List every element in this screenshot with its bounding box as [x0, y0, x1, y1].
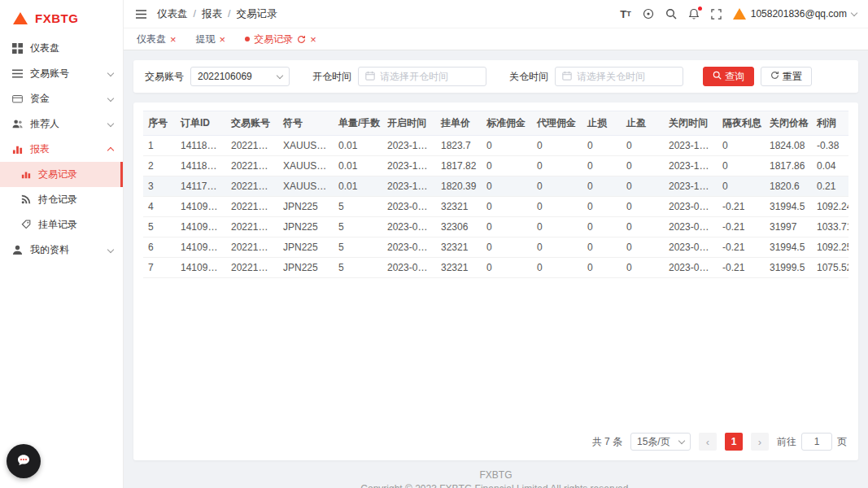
refresh-icon[interactable]	[297, 35, 306, 44]
chevron-up-icon	[107, 146, 114, 153]
table-cell: 5	[334, 197, 382, 217]
table-cell: 5	[334, 258, 382, 278]
goto-suffix-label: 页	[837, 435, 847, 449]
table-cell: 0	[482, 197, 532, 217]
goto-page-input[interactable]	[801, 433, 832, 451]
table-cell: JPN225	[278, 258, 334, 278]
search-icon[interactable]	[665, 8, 677, 20]
reset-button[interactable]: 重置	[761, 67, 812, 86]
sidebar-item-dashboard[interactable]: 仪表盘	[0, 36, 123, 61]
page-size-select[interactable]: 15条/页	[630, 433, 691, 451]
table-cell: 5	[334, 217, 382, 237]
table-row[interactable]: 3141171612022106069XAUUSD.v0.012023-10-0…	[143, 176, 848, 197]
target-icon[interactable]	[643, 8, 654, 20]
table-cell: 0.01	[334, 156, 382, 176]
close-time-date-input[interactable]: 请选择关仓时间	[555, 67, 683, 86]
column-header: 隔夜利息	[718, 111, 765, 136]
table-cell: 5	[143, 217, 176, 237]
table-row[interactable]: 4141096672022106069JPN22552023-09-2...32…	[143, 197, 848, 217]
table-cell: 2022106069	[226, 156, 278, 176]
tab-withdrawal[interactable]: 提现 ×	[196, 33, 226, 46]
table-cell: 0	[482, 258, 532, 278]
table-cell: 32321	[436, 237, 482, 258]
table-cell: 0	[622, 197, 664, 217]
column-header: 利润	[812, 111, 848, 136]
tab-trade-records[interactable]: 交易记录 ×	[245, 33, 316, 46]
table-row[interactable]: 2141180012022106069XAUUSD.v0.012023-10-0…	[143, 156, 848, 176]
sidebar-item-referrers[interactable]: 推荐人	[0, 111, 123, 137]
close-icon[interactable]: ×	[170, 34, 177, 45]
page-number-current[interactable]: 1	[725, 433, 743, 451]
sidebar-item-pending-order-records[interactable]: 挂单记录	[0, 212, 123, 237]
brand-logo[interactable]: FXBTG	[0, 0, 123, 36]
breadcrumb: 仪表盘 / 报表 / 交易记录	[157, 7, 277, 21]
page-size-value: 15条/页	[637, 435, 670, 449]
table-cell: 0	[482, 217, 532, 237]
close-icon[interactable]: ×	[310, 34, 316, 45]
breadcrumb-item-dashboard[interactable]: 仪表盘	[157, 7, 188, 21]
bell-icon[interactable]	[688, 8, 700, 20]
bar-chart-icon	[11, 144, 23, 155]
sidebar-item-reports[interactable]: 报表	[0, 137, 123, 162]
prev-page-button[interactable]: ‹	[699, 433, 717, 451]
chat-widget-button[interactable]	[7, 444, 41, 478]
table-cell: -0.21	[718, 258, 765, 278]
sidebar-item-trade-records[interactable]: 交易记录	[0, 162, 123, 187]
table-cell: 31994.5	[765, 237, 812, 258]
account-select[interactable]: 2022106069	[190, 67, 290, 86]
table-cell: 0.01	[334, 136, 382, 156]
sidebar-item-position-records[interactable]: 持仓记录	[0, 187, 123, 212]
table-cell: 2023-10-0...	[382, 176, 436, 197]
table-scroll-area[interactable]: 序号订单ID交易账号符号单量/手数开启时间挂单价标准佣金代理佣金止损止盈关闭时间…	[143, 111, 848, 425]
sidebar: FXBTG 仪表盘 交易账号 资金	[0, 0, 124, 488]
sidebar-item-my-profile[interactable]: 我的资料	[0, 237, 123, 263]
table-cell: 1075.52	[812, 258, 848, 278]
account-select-value: 2022106069	[198, 71, 252, 82]
table-cell: 3	[143, 176, 176, 197]
table-cell: 2023-10-0...	[382, 136, 436, 156]
open-time-date-input[interactable]: 请选择开仓时间	[358, 67, 486, 86]
table-cell: 32321	[436, 197, 482, 217]
breadcrumb-separator: /	[194, 8, 196, 20]
search-button[interactable]: 查询	[703, 67, 754, 86]
table-row[interactable]: 1141182092022106069XAUUSD.v0.012023-10-0…	[143, 136, 848, 156]
sidebar-item-label: 报表	[30, 142, 50, 156]
footer-brand: FXBTG	[133, 468, 858, 482]
close-time-placeholder: 请选择关仓时间	[577, 70, 645, 84]
table-cell: 0	[622, 176, 664, 197]
grid-icon	[11, 43, 23, 54]
open-tabs-bar: 仪表盘 × 提现 × 交易记录 ×	[124, 28, 868, 50]
table-cell: 14109667	[176, 197, 226, 217]
fullscreen-icon[interactable]	[711, 9, 722, 20]
table-cell: 7	[143, 258, 176, 278]
tab-dashboard[interactable]: 仪表盘 ×	[137, 33, 177, 46]
close-icon[interactable]: ×	[220, 34, 226, 45]
language-icon[interactable]: TT	[620, 8, 630, 20]
table-row[interactable]: 6141095912022106069JPN22552023-09-2...32…	[143, 237, 848, 258]
sidebar-item-funds[interactable]: 资金	[0, 86, 123, 111]
column-header: 开启时间	[382, 111, 436, 136]
user-menu[interactable]: 1058201836@qq.com	[733, 8, 857, 20]
table-cell: 1033.71	[812, 217, 848, 237]
sidebar-item-trading-accounts[interactable]: 交易账号	[0, 61, 123, 86]
table-cell: JPN225	[278, 197, 334, 217]
table-cell: -0.21	[718, 237, 765, 258]
table-cell: 14109592	[176, 217, 226, 237]
table-cell: 0	[532, 156, 582, 176]
hamburger-menu-icon[interactable]	[135, 9, 147, 20]
breadcrumb-item-reports[interactable]: 报表	[202, 7, 222, 21]
search-icon	[713, 71, 722, 82]
table-cell: 1	[143, 136, 176, 156]
table-cell: 14117161	[176, 176, 226, 197]
table-cell: 2023-10-0...	[664, 156, 718, 176]
table-row[interactable]: 7141095902022106069JPN22552023-09-2...32…	[143, 258, 848, 278]
goto-label: 前往	[777, 435, 796, 449]
calendar-icon	[365, 71, 375, 83]
table-cell: 2022106069	[226, 136, 278, 156]
table-cell: 1823.7	[436, 136, 482, 156]
next-page-button[interactable]: ›	[751, 433, 769, 451]
main-area: 仪表盘 / 报表 / 交易记录 TT	[124, 0, 868, 488]
table-row[interactable]: 5141095922022106069JPN22552023-09-2...32…	[143, 217, 848, 237]
table-cell: 4	[143, 197, 176, 217]
table-cell: 0	[532, 136, 582, 156]
